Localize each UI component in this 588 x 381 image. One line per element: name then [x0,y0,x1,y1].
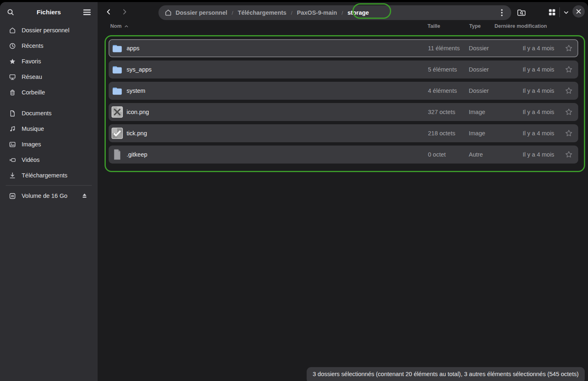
column-header-modified[interactable]: Dernière modification [494,23,547,29]
file-size: 218 octets [428,124,455,142]
view-options-chevron-down-icon[interactable] [560,6,572,18]
files-window: Fichiers Dossier personnel Récents Favor… [0,2,588,381]
file-name: system [127,82,145,100]
home-icon [9,27,16,34]
star-toggle-icon[interactable] [564,43,574,53]
file-name: tick.png [127,124,147,142]
download-icon [9,172,16,179]
sidebar-item-label: Favoris [22,58,41,65]
music-icon [9,126,16,132]
sidebar-item-starred[interactable]: Favoris [2,54,95,69]
sort-ascending-caret-icon [124,24,129,29]
breadcrumb-home[interactable]: Dossier personnel [176,9,227,16]
file-row-gitkeep[interactable]: .gitkeep 0 octet Autre Il y a 4 mois [109,146,578,164]
removable-drive-icon [9,193,16,199]
star-icon [9,58,16,65]
sidebar-item-label: Volume de 16 Go [22,193,67,199]
star-toggle-icon[interactable] [564,150,574,159]
sidebar-item-videos[interactable]: Vidéos [2,152,95,168]
sidebar-item-label: Vidéos [22,157,40,163]
sidebar-item-home[interactable]: Dossier personnel [2,22,95,38]
toolbar-divider [559,7,560,17]
breadcrumb-separator: / [291,10,292,16]
sidebar-item-label: Réseau [22,74,42,80]
file-type: Image [469,124,485,142]
close-window-icon[interactable] [572,5,585,18]
sidebar-item-recent[interactable]: Récents [2,38,95,54]
folder-icon [111,43,123,54]
star-toggle-icon[interactable] [564,128,574,138]
file-name: sys_apps [127,61,151,78]
folder-icon [111,85,123,96]
sidebar-item-label: Documents [22,110,51,117]
document-icon [9,110,16,117]
file-name: apps [127,39,139,57]
star-toggle-icon[interactable] [564,65,574,74]
sidebar-item-downloads[interactable]: Téléchargements [2,168,95,183]
file-size: 11 éléments [428,39,460,57]
sidebar-item-network[interactable]: Réseau [2,69,95,85]
file-row-system[interactable]: system 4 éléments Dossier Il y a 4 mois [109,82,578,100]
sidebar-item-label: Corbeille [22,89,45,96]
folder-search-icon[interactable] [513,5,530,19]
file-modified: Il y a 4 mois [523,82,554,100]
sidebar-divider [6,185,92,186]
sidebar-item-trash[interactable]: Corbeille [2,85,95,100]
column-header-size[interactable]: Taille [428,23,440,29]
star-toggle-icon[interactable] [564,86,574,96]
sidebar-item-label: Récents [22,43,43,49]
breadcrumb-paxos[interactable]: PaxOS-9-main [297,9,337,16]
sidebar-item-label: Musique [22,126,44,132]
file-size: 327 octets [428,103,455,121]
file-type: Dossier [469,61,489,78]
star-toggle-icon[interactable] [564,107,574,117]
sidebar-item-music[interactable]: Musique [2,121,95,137]
file-name: .gitkeep [127,146,147,164]
back-button[interactable] [103,6,114,18]
sidebar: Fichiers Dossier personnel Récents Favor… [0,2,98,381]
column-header-name[interactable]: Nom [110,23,129,29]
file-modified: Il y a 4 mois [523,61,554,78]
path-menu-kebab-icon[interactable] [494,7,510,19]
sidebar-item-label: Images [22,141,41,148]
grid-view-icon[interactable] [546,6,558,18]
breadcrumb-downloads[interactable]: Téléchargements [238,9,286,16]
breadcrumb-separator: / [341,10,343,16]
file-row-icon-png[interactable]: icon.png 327 octets Image Il y a 4 mois [109,103,578,121]
hamburger-menu-icon[interactable] [80,6,94,19]
network-icon [9,74,16,81]
eject-icon[interactable] [80,193,89,199]
selection-status-text: 3 dossiers sélectionnés (contenant 20 él… [313,371,579,377]
home-icon [165,9,172,16]
sidebar-item-label: Téléchargements [22,172,67,179]
sidebar-item-pictures[interactable]: Images [2,137,95,152]
sidebar-item-documents[interactable]: Documents [2,105,95,121]
breadcrumb-separator: / [232,10,234,16]
generic-file-icon [111,149,123,160]
video-icon [9,157,16,164]
file-row-tick-png[interactable]: tick.png 218 octets Image Il y a 4 mois [109,124,578,142]
selection-status-bar: 3 dossiers sélectionnés (contenant 20 él… [307,367,585,381]
file-type: Dossier [469,82,489,100]
file-size: 4 éléments [428,82,457,100]
folder-icon [111,64,123,75]
image-tick-thumbnail-icon [111,128,123,139]
file-type: Dossier [469,39,489,57]
file-size: 0 octet [428,146,446,164]
content-area: Dossier personnel / Téléchargements / Pa… [98,2,588,381]
column-header-type[interactable]: Type [469,23,481,29]
file-row-sys-apps[interactable]: sys_apps 5 éléments Dossier Il y a 4 moi… [109,61,578,78]
clock-icon [9,43,16,49]
file-type: Autre [469,146,483,164]
file-modified: Il y a 4 mois [523,103,554,121]
file-row-apps[interactable]: apps 11 éléments Dossier Il y a 4 mois [109,39,578,57]
file-modified: Il y a 4 mois [523,146,554,164]
sidebar-item-label: Dossier personnel [22,27,69,34]
file-type: Image [469,103,485,121]
sidebar-header: Fichiers [0,2,98,22]
forward-button[interactable] [119,6,130,18]
file-modified: Il y a 4 mois [523,39,554,57]
path-bar: Dossier personnel / Téléchargements / Pa… [158,5,511,20]
breadcrumb-current-storage[interactable]: storage [347,9,369,16]
file-size: 5 éléments [428,61,457,78]
